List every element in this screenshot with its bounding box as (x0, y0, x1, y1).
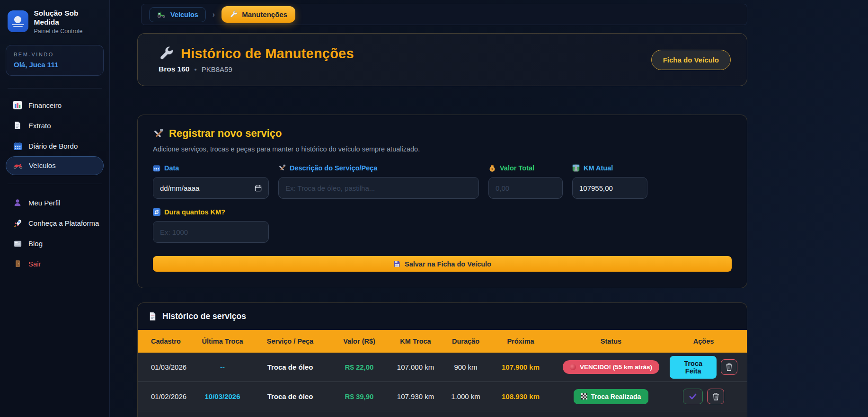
register-service-card: Registrar novo serviço Adicione serviços… (137, 115, 747, 288)
cell-proxima: 107.900 km (489, 363, 552, 371)
vehicle-name: Bros 160 (159, 65, 189, 73)
table-header-row: Cadastro Última Troca Serviço / Peça Val… (138, 330, 747, 353)
descricao-input[interactable] (285, 184, 472, 192)
column-header: Cadastro (147, 337, 195, 345)
sidebar-item-label: Diário de Bordo (28, 142, 78, 150)
vehicle-plate: PKB8A59 (202, 65, 232, 73)
date-picker-icon[interactable] (255, 185, 262, 192)
tractor-icon (157, 11, 166, 18)
welcome-user: Olá, Juca 111 (14, 61, 96, 69)
sidebar-item-label: Extrato (28, 122, 51, 130)
cell-servico: Troca de óleo (250, 363, 330, 371)
maintenance-header-card: Histórico de Manutenções Bros 160 • PKB8… (137, 33, 747, 86)
sidebar-item-label: Blog (28, 240, 43, 248)
date-input[interactable] (160, 184, 251, 192)
document-icon (13, 121, 22, 130)
cell-proxima: 108.930 km (489, 392, 552, 400)
field-valor: $ Valor Total (488, 164, 563, 199)
calendar-icon (13, 141, 22, 151)
cell-valor: R$ 22,00 (330, 363, 389, 371)
field-label: Descrição do Serviço/Peça (290, 164, 377, 172)
sidebar-item-meu-perfil[interactable]: Meu Perfil (0, 193, 109, 213)
field-data: Data (153, 164, 269, 199)
field-label: KM Atual (584, 164, 613, 172)
newspaper-icon (13, 239, 22, 248)
sidebar-item-label: Veículos (29, 161, 56, 169)
sidebar-item-financeiro[interactable]: Financeiro (0, 95, 109, 115)
red-circle-icon (570, 364, 576, 370)
sidebar: Solução Sob Medida Painel de Controle BE… (0, 0, 110, 417)
person-icon (13, 198, 22, 207)
sidebar-divider (8, 184, 102, 184)
sidebar-item-label: Financeiro (28, 101, 62, 109)
breadcrumb-manutencoes[interactable]: Manutenções (221, 6, 295, 23)
checkered-flag-icon (581, 393, 587, 399)
app-title: Solução Sob Medida (34, 9, 102, 27)
sidebar-item-sair[interactable]: Sair (0, 254, 109, 274)
valor-input[interactable] (496, 184, 556, 192)
delete-button[interactable] (721, 359, 737, 375)
service-history-card: Histórico de serviços Cadastro Última Tr… (137, 302, 747, 417)
sidebar-item-blog[interactable]: Blog (0, 233, 109, 254)
field-dura-km: Dura quantos KM? (153, 208, 269, 243)
rocket-icon (13, 218, 22, 228)
field-descricao: Descrição do Serviço/Peça (278, 164, 479, 199)
column-header: Valor (R$) (330, 337, 389, 345)
cell-duracao: 1.000 km (443, 392, 489, 400)
welcome-label: BEM-VINDO (14, 52, 96, 57)
sidebar-item-label: Meu Perfil (28, 199, 61, 207)
breadcrumb-label: Manutenções (242, 10, 287, 18)
wrench-icon (230, 10, 238, 18)
sidebar-item-diario[interactable]: Diário de Bordo (0, 136, 109, 156)
repeat-icon (153, 208, 160, 216)
table-title: Histórico de serviços (162, 311, 246, 321)
cell-servico: Troca de óleo (250, 392, 330, 400)
dura-km-input[interactable] (160, 228, 262, 236)
cell-valor: R$ 39,90 (330, 392, 389, 400)
status-label: Troca Realizada (591, 393, 641, 400)
cell-duracao: 900 km (443, 363, 489, 371)
money-bag-icon: $ (488, 164, 496, 172)
column-header: Próxima (489, 337, 552, 345)
cell-km-troca: 107.000 km (389, 363, 443, 371)
cell-ultima-troca: -- (195, 363, 250, 371)
form-title: Registrar novo serviço (169, 127, 282, 140)
breadcrumb-veiculos[interactable]: Veículos (149, 7, 206, 22)
confirm-button[interactable] (683, 389, 703, 404)
cell-ultima-troca: 10/03/2026 (195, 392, 250, 400)
breadcrumb-separator: › (213, 10, 215, 19)
field-label: Data (164, 164, 179, 172)
table-row-partial (138, 411, 747, 417)
app-logo-row: Solução Sob Medida Painel de Controle (0, 7, 109, 41)
hammer-wrench-icon (153, 128, 164, 139)
page-title: Histórico de Manutenções (181, 46, 354, 62)
ficha-do-veiculo-button[interactable]: Ficha do Veículo (651, 50, 731, 70)
door-icon (13, 259, 22, 268)
delete-button[interactable] (707, 389, 724, 404)
table-row: 01/02/2026 10/03/2026 Troca de óleo R$ 3… (138, 382, 747, 411)
document-icon (148, 312, 157, 321)
cell-cadastro: 01/03/2026 (147, 363, 195, 371)
km-atual-input[interactable] (579, 184, 640, 192)
dot-separator: • (194, 65, 196, 73)
status-badge-realizada: Troca Realizada (574, 389, 649, 404)
field-km-atual: KM Atual (572, 164, 647, 199)
save-button[interactable]: Salvar na Ficha do Veículo (153, 256, 732, 272)
troca-feita-button[interactable]: Troca Feita (670, 356, 717, 379)
table-row: 01/03/2026 -- Troca de óleo R$ 22,00 107… (138, 353, 747, 382)
sidebar-item-veiculos[interactable]: Veículos (6, 156, 104, 175)
sidebar-item-extrato[interactable]: Extrato (0, 115, 109, 136)
sidebar-item-label: Sair (28, 260, 41, 268)
status-label: VENCIDO! (55 km atrás) (580, 364, 652, 371)
sidebar-item-conheca[interactable]: Conheça a Plataforma (0, 213, 109, 233)
main-content: Veículos › Manutenções Histórico de Manu… (110, 0, 868, 417)
column-header: KM Troca (389, 337, 443, 345)
welcome-box: BEM-VINDO Olá, Juca 111 (6, 45, 104, 76)
cell-km-troca: 107.930 km (389, 392, 443, 400)
sidebar-divider (8, 88, 102, 89)
floppy-disk-icon (393, 260, 400, 267)
column-header: Status (552, 337, 670, 345)
sidebar-item-label: Conheça a Plataforma (28, 219, 99, 227)
motorway-icon (572, 164, 580, 172)
field-label: Valor Total (500, 164, 534, 172)
